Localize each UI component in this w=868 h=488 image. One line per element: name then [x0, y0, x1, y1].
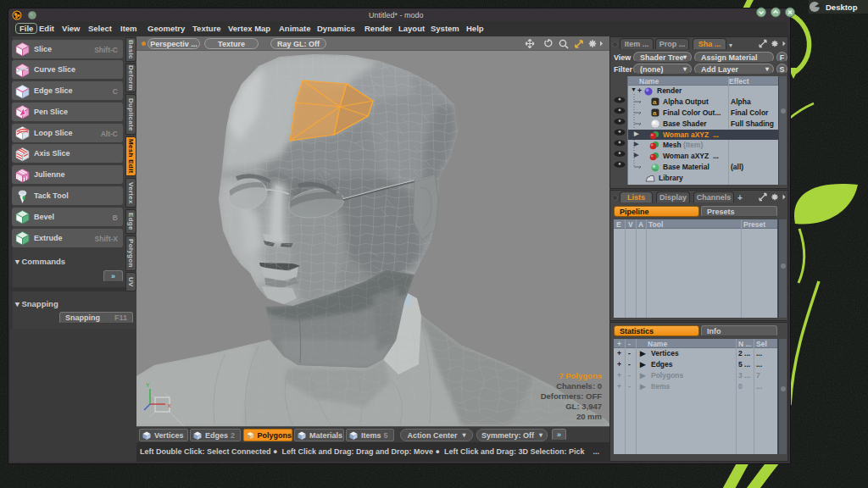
- svg-text:20 mm: 20 mm: [576, 412, 602, 421]
- svg-text:GL: 3,947: GL: 3,947: [565, 402, 602, 411]
- svg-text:Deformers: OFF: Deformers: OFF: [541, 391, 603, 401]
- svg-text:a: a: [653, 109, 657, 117]
- svg-text:Channels: 0: Channels: 0: [556, 381, 602, 391]
- svg-text:Desktop: Desktop: [826, 3, 858, 12]
- svg-text:x: x: [168, 402, 171, 408]
- svg-text:7 Polygons: 7 Polygons: [559, 371, 602, 380]
- svg-text:Y: Y: [146, 382, 150, 388]
- svg-text:a: a: [653, 98, 657, 106]
